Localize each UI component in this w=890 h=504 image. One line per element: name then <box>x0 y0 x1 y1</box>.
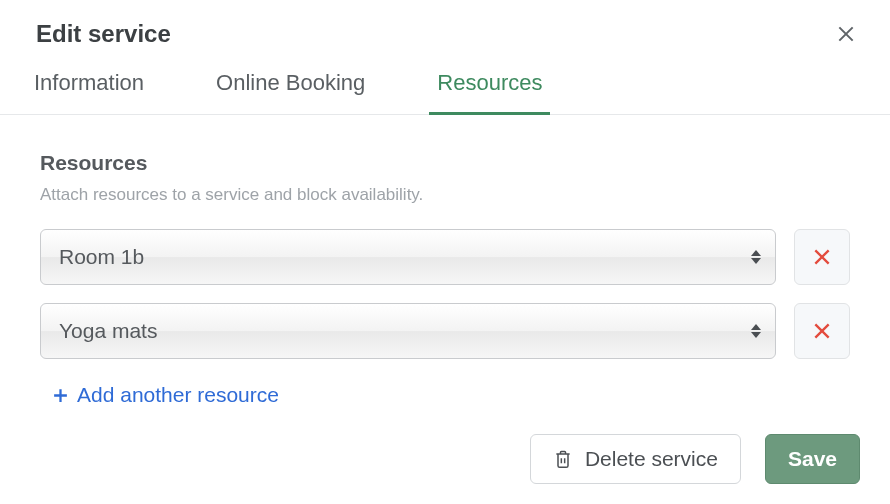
save-label: Save <box>788 447 837 471</box>
modal-title: Edit service <box>36 20 171 48</box>
tab-online-booking[interactable]: Online Booking <box>216 60 365 114</box>
modal-footer: Delete service Save <box>530 434 860 484</box>
plus-icon <box>52 387 69 404</box>
remove-resource-button[interactable] <box>794 303 850 359</box>
delete-service-button[interactable]: Delete service <box>530 434 741 484</box>
resources-panel: Resources Attach resources to a service … <box>0 115 890 407</box>
tab-resources[interactable]: Resources <box>437 60 542 114</box>
select-arrows-icon <box>751 250 761 264</box>
resource-select-value: Room 1b <box>59 245 144 269</box>
resource-row: Room 1b <box>40 229 850 285</box>
remove-icon <box>812 321 832 341</box>
resource-select-value: Yoga mats <box>59 319 157 343</box>
trash-icon <box>553 448 573 470</box>
section-heading: Resources <box>40 151 850 175</box>
resource-rows: Room 1b Yoga mats <box>40 229 850 359</box>
remove-resource-button[interactable] <box>794 229 850 285</box>
add-resource-link[interactable]: Add another resource <box>40 383 850 407</box>
tabs: Information Online Booking Resources <box>0 60 890 115</box>
tab-information[interactable]: Information <box>34 60 144 114</box>
resource-select[interactable]: Yoga mats <box>40 303 776 359</box>
resource-row: Yoga mats <box>40 303 850 359</box>
remove-icon <box>812 247 832 267</box>
edit-service-modal: Edit service Information Online Booking … <box>0 0 890 504</box>
delete-service-label: Delete service <box>585 447 718 471</box>
close-button[interactable] <box>832 20 860 48</box>
modal-header: Edit service <box>0 0 890 60</box>
save-button[interactable]: Save <box>765 434 860 484</box>
select-arrows-icon <box>751 324 761 338</box>
add-resource-label: Add another resource <box>77 383 279 407</box>
resource-select[interactable]: Room 1b <box>40 229 776 285</box>
section-subheading: Attach resources to a service and block … <box>40 185 850 205</box>
close-icon <box>836 24 856 44</box>
